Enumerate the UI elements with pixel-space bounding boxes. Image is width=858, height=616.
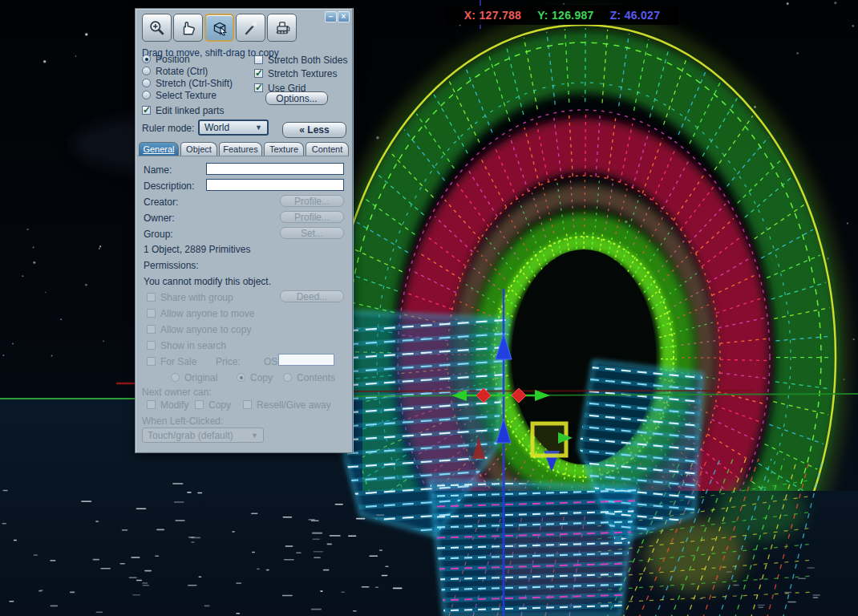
permissions-note: You cannot modify this object. — [144, 276, 271, 287]
sale-type-original-radio[interactable]: Original — [171, 372, 217, 383]
sale-type-copy-label: Copy — [250, 372, 273, 383]
chevron-down-icon: ▼ — [251, 432, 258, 440]
mode-position-radio[interactable]: Position — [142, 54, 190, 64]
chevron-down-icon: ▼ — [255, 124, 262, 132]
mode-rotate-radio[interactable]: Rotate (Ctrl) — [142, 66, 208, 76]
checkbox-icon[interactable] — [243, 400, 252, 409]
creator-profile-button[interactable]: Profile... — [280, 195, 344, 207]
price-input[interactable] — [278, 354, 334, 366]
next-owner-resell-label: Resell/Give away — [257, 399, 331, 411]
allow-anyone-move-label: Allow anyone to move — [160, 308, 254, 319]
group-label: Group: — [144, 229, 173, 240]
price-label: Price: — [216, 356, 241, 367]
ruler-mode-dropdown[interactable]: World ▼ — [198, 120, 269, 136]
radio-icon[interactable] — [142, 67, 151, 75]
zoom-tool-button[interactable] — [142, 14, 172, 42]
radio-icon[interactable] — [171, 373, 180, 382]
tab-content[interactable]: Content — [306, 142, 349, 156]
description-label: Description: — [144, 180, 194, 192]
coordinate-y: Y: 126.987 — [537, 9, 593, 22]
sale-type-copy-radio[interactable]: Copy — [237, 372, 273, 383]
grid-line-red-right — [351, 391, 754, 391]
checkbox-icon[interactable] — [254, 55, 263, 64]
stretch-textures-label: Stretch Textures — [268, 68, 337, 79]
currency-label: OS — [264, 356, 277, 367]
close-icon[interactable]: × — [338, 11, 350, 22]
bulldozer-icon — [273, 19, 291, 37]
tab-features[interactable]: Features — [219, 142, 262, 156]
mode-stretch-label: Stretch (Ctrl-Shift) — [156, 78, 233, 89]
radio-icon[interactable] — [283, 373, 292, 382]
sale-type-original-label: Original — [184, 372, 217, 383]
radio-icon[interactable] — [237, 373, 245, 382]
permissions-label: Permissions: — [144, 260, 199, 271]
checkbox-icon[interactable] — [147, 293, 156, 302]
mode-rotate-label: Rotate (Ctrl) — [156, 66, 208, 77]
checkbox-icon[interactable] — [195, 400, 204, 409]
tab-object[interactable]: Object — [180, 142, 217, 156]
owner-profile-button[interactable]: Profile... — [280, 211, 344, 223]
checkbox-icon[interactable] — [147, 309, 156, 318]
next-owner-copy-checkbox[interactable]: Copy — [195, 399, 231, 410]
land-tool-button[interactable] — [267, 14, 297, 42]
mode-select-texture-radio[interactable]: Select Texture — [142, 90, 217, 100]
group-set-button[interactable]: Set... — [280, 227, 344, 239]
checkbox-icon[interactable] — [142, 106, 151, 115]
minimize-icon[interactable]: – — [325, 11, 337, 22]
radio-icon[interactable] — [142, 55, 151, 63]
radio-icon[interactable] — [142, 91, 151, 99]
magic-wand-icon — [242, 19, 260, 37]
deed-button[interactable]: Deed... — [280, 290, 344, 302]
edit-tool-button[interactable] — [204, 14, 234, 42]
magnifier-icon — [148, 19, 166, 37]
owner-label: Owner: — [144, 213, 175, 224]
next-owner-modify-checkbox[interactable]: Modify — [147, 399, 188, 410]
stretch-textures-checkbox[interactable]: Stretch Textures — [254, 68, 337, 79]
checkbox-icon[interactable] — [147, 400, 156, 409]
ruler-mode-value: World — [204, 122, 229, 133]
checkbox-icon[interactable] — [254, 69, 263, 78]
grid-options-button[interactable]: Options... — [265, 91, 328, 105]
next-owner-resell-checkbox[interactable]: Resell/Give away — [243, 399, 331, 410]
checkbox-icon[interactable] — [147, 341, 156, 350]
next-owner-label: Next owner can: — [142, 387, 212, 398]
checkbox-icon[interactable] — [147, 357, 156, 366]
object-count-text: 1 Object, 2889 Primitives — [144, 244, 250, 255]
stretch-both-sides-checkbox[interactable]: Stretch Both Sides — [254, 55, 347, 65]
share-with-group-label: Share with group — [160, 292, 233, 303]
name-label: Name: — [144, 164, 172, 176]
name-input[interactable] — [206, 163, 344, 175]
allow-anyone-copy-label: Allow anyone to copy — [160, 324, 251, 335]
creator-label: Creator: — [144, 197, 178, 208]
description-input[interactable] — [206, 179, 344, 191]
radio-icon[interactable] — [142, 79, 151, 87]
coordinate-z: Z: 46.027 — [610, 9, 661, 22]
less-button[interactable]: « Less — [282, 122, 346, 138]
stretch-both-sides-label: Stretch Both Sides — [268, 55, 347, 66]
tab-texture[interactable]: Texture — [264, 142, 304, 156]
create-tool-button[interactable] — [236, 14, 265, 42]
world-3d-view[interactable] — [0, 0, 858, 616]
sale-type-contents-radio[interactable]: Contents — [283, 372, 335, 383]
hand-icon — [180, 19, 197, 37]
build-tools-dialog: – × — [135, 8, 353, 453]
next-owner-modify-label: Modify — [160, 399, 188, 411]
for-sale-label: For Sale — [160, 356, 196, 367]
checkbox-icon[interactable] — [147, 325, 156, 334]
sale-type-contents-label: Contents — [297, 372, 335, 383]
left-click-action-value: Touch/grab (default) — [148, 430, 233, 441]
allow-anyone-copy-checkbox[interactable]: Allow anyone to copy — [147, 324, 251, 334]
tab-general[interactable]: General — [139, 142, 179, 156]
show-in-search-label: Show in search — [160, 340, 226, 351]
move-tool-button[interactable] — [173, 14, 203, 42]
edit-linked-parts-checkbox[interactable]: Edit linked parts — [142, 105, 224, 116]
checkbox-icon[interactable] — [254, 83, 263, 92]
mode-position-label: Position — [156, 54, 190, 65]
left-click-action-dropdown[interactable]: Touch/grab (default) ▼ — [142, 428, 264, 443]
mode-stretch-radio[interactable]: Stretch (Ctrl-Shift) — [142, 78, 233, 88]
show-in-search-checkbox[interactable]: Show in search — [147, 340, 226, 351]
for-sale-checkbox[interactable]: For Sale — [147, 356, 196, 367]
share-with-group-checkbox[interactable]: Share with group — [147, 292, 233, 302]
mode-select-texture-label: Select Texture — [156, 90, 217, 101]
allow-anyone-move-checkbox[interactable]: Allow anyone to move — [147, 308, 254, 318]
